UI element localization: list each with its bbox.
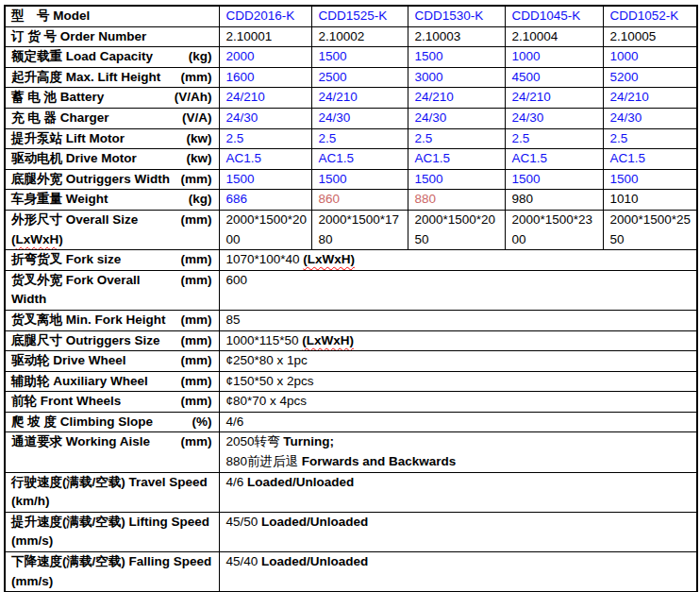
spellcheck-wavy-text: (LxWxH) [302,333,354,347]
value-cell: AC1.5 [505,149,603,170]
row-label-text: 起升高度 Max. Lift Height [11,68,160,88]
value-cell: 2.10001 [219,26,311,47]
row-label-text: 底腿外宽 Outriggers Width [11,170,170,190]
row-label-text: 前轮 Front Wheels [11,392,121,412]
value-cell: 24/30 [505,108,603,128]
aisle-line-forwards-backwards: 880前进后退 Forwards and Backwards [226,452,693,472]
row-label-text: 行驶速度(满载/空载) Travel Speed (km/h) [11,475,208,509]
row-label-text: 提升速度(满载/空载) Lifting Speed (mm/s) [11,515,209,549]
value-cell: 2000 [219,47,311,68]
unit-label: (mm) [177,331,212,351]
row-drive-wheel: 驱动轮 Drive Wheel(mm) ¢250*80 x 1pc [5,351,697,372]
unit-label: (mm) [177,392,212,412]
value-cell: 1500 [505,169,603,190]
unit-label: (V/A) [178,109,212,128]
value-cell: 4/6 Loaded/Unloaded [219,472,697,512]
model-cell: CDD1525-K [311,6,408,26]
value-cell: 1070*100*40 (LxWxH) [219,250,697,271]
row-drive-motor: 驱动电机 Drive Motor(kw) AC1.5 AC1.5 AC1.5 A… [5,149,697,170]
value-cell: 600 [219,270,697,310]
unit-label: (kg) [185,47,212,67]
value-cell: 980 [505,190,603,211]
value-cell: 45/40 Loaded/Unloaded [219,552,697,592]
row-battery: 蓄 电 池 Battery(V/Ah) 24/210 24/210 24/210… [5,88,697,109]
row-label: 辅助轮 Auxiliary Wheel(mm) [5,371,219,392]
value-cell: 1000 [603,47,697,68]
value-cell: 2.10003 [408,26,505,47]
value-cell: 45/50 Loaded/Unloaded [219,512,697,551]
row-label-text: 车身重量 Weight [11,190,108,210]
value-cell: 24/210 [408,88,505,109]
row-label: 前轮 Front Wheels(mm) [5,392,219,413]
value-cell: 1500 [219,169,311,190]
value-cell: 1500 [311,169,408,190]
row-label: 提升速度(满载/空载) Lifting Speed (mm/s) [5,512,219,551]
value-cell: 1500 [408,47,505,68]
value-cell: 1000*115*50 (LxWxH) [219,330,697,351]
value-cell: ¢250*80 x 1pc [219,351,697,372]
unit-label: (mm) [177,211,212,230]
value-cell: 24/210 [603,88,697,109]
row-climbing-slope: 爬 坡 度 Climbing Slope(%) 4/6 [5,412,697,432]
row-label-text: 驱动轮 Drive Wheel [11,351,126,371]
page: 型 号 Model CDD2016-K CDD1525-K CDD1530-K … [0,0,700,592]
row-label-text: 驱动电机 Drive Motor [11,149,137,169]
value-cell: 2000*1500*2550 [603,210,697,249]
forklift-spec-table: 型 号 Model CDD2016-K CDD1525-K CDD1530-K … [4,5,698,592]
row-load-capacity: 额定载重 Load Capacity(kg) 2000 1500 1500 10… [5,47,697,68]
value-cell: 1010 [603,190,697,211]
value-cell: 2.5 [311,128,408,149]
row-label-text: 货叉离地 Min. Fork Height [11,311,166,330]
row-label: 蓄 电 池 Battery(V/Ah) [5,88,219,109]
row-min-fork-height: 货叉离地 Min. Fork Height(mm) 85 [5,310,697,330]
value-cell: 2500 [311,67,408,88]
spellcheck-wavy-text: LxWxH [16,232,59,246]
row-lift-height: 起升高度 Max. Lift Height(mm) 1600 2500 3000… [5,67,697,88]
unit-label: (V/Ah) [171,88,212,108]
unit-label: (mm) [177,432,212,452]
value-cell: 2.10005 [603,26,697,47]
value-cell: 1000 [505,47,603,68]
value-cell: 2.10004 [505,26,603,47]
value-cell: 24/210 [311,88,408,109]
unit-label: (mm) [177,250,212,270]
row-label: 驱动电机 Drive Motor(kw) [5,149,219,170]
value-cell: 880 [408,190,505,211]
unit-label: (kg) [185,190,212,210]
row-label: 下降速度(满载/空载) Falling Speed (mm/s) [5,552,219,592]
value-cell: 5200 [603,67,697,88]
value-cell: AC1.5 [311,149,408,170]
row-label-model: 型 号 Model [5,6,219,26]
value-cell: 24/30 [408,108,505,128]
value-cell: AC1.5 [603,149,697,170]
row-label: 行驶速度(满载/空载) Travel Speed (km/h) [5,472,219,512]
row-label: 爬 坡 度 Climbing Slope(%) [5,412,219,432]
value-cell: 1600 [219,67,311,88]
row-auxiliary-wheel: 辅助轮 Auxiliary Wheel(mm) ¢150*50 x 2pcs [5,371,697,392]
row-label: 底腿外宽 Outriggers Width(mm) [5,169,219,190]
row-overall-size: 外形尺寸 Overall Size (LxWxH)(mm) 2000*1500*… [5,210,697,249]
row-charger: 充 电 器 Charger(V/A) 24/30 24/30 24/30 24/… [5,108,697,128]
value-cell: 2.5 [505,128,603,149]
row-label: 订 货 号 Order Number [5,26,219,47]
value-cell: 3000 [408,67,505,88]
row-fork-overall-width: 货叉外宽 Fork Overall Width(mm) 600 [5,270,697,310]
unit-label: (mm) [177,372,212,392]
row-outriggers-size: 底腿尺寸 Outriggers Size(mm) 1000*115*50 (Lx… [5,330,697,351]
row-working-aisle: 通道要求 Working Aisle(mm) 2050转弯 Turning; 8… [5,432,697,472]
row-label: 额定载重 Load Capacity(kg) [5,47,219,68]
row-label: 通道要求 Working Aisle(mm) [5,432,219,472]
value-cell: 686 [219,190,311,211]
row-label: 驱动轮 Drive Wheel(mm) [5,351,219,372]
value-cell: 2.5 [219,128,311,149]
row-label-text: 折弯货叉 Fork size [11,250,121,270]
unit-label: (kw) [183,149,212,169]
value-cell: 2.10002 [311,26,408,47]
row-label: 车身重量 Weight(kg) [5,190,219,211]
row-label: 货叉外宽 Fork Overall Width(mm) [5,270,219,310]
row-label-text: 外形尺寸 Overall Size (LxWxH) [11,211,177,249]
row-label-text: 货叉外宽 Fork Overall Width [11,271,177,310]
unit-label: (mm) [177,170,212,190]
value-cell: 24/210 [505,88,603,109]
row-label-text: 通道要求 Working Aisle [11,432,150,452]
